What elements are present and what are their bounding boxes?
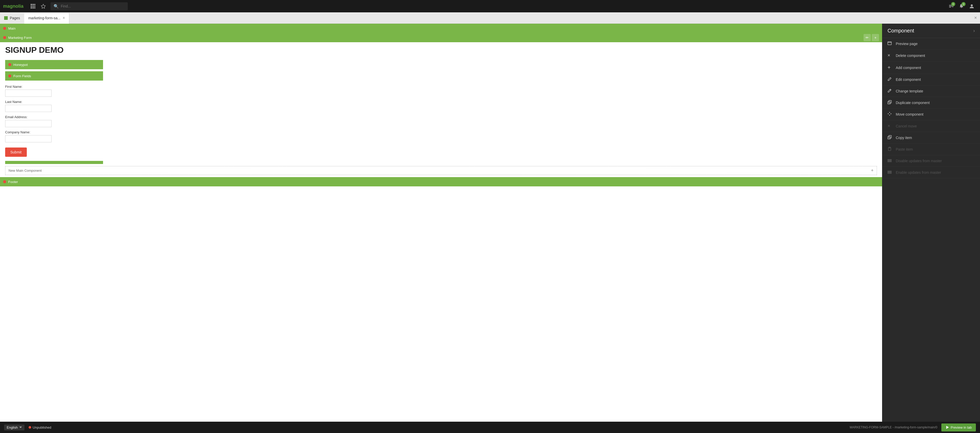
copy-item-icon xyxy=(888,135,892,140)
active-tab[interactable]: marketing-form-sa... × xyxy=(24,13,70,24)
svg-marker-10 xyxy=(41,4,46,8)
formfields-dot xyxy=(8,75,11,78)
panel-title: Component xyxy=(888,28,973,34)
svg-rect-15 xyxy=(961,7,962,8)
first-name-label: First Name: xyxy=(5,85,877,89)
marketing-dot xyxy=(3,36,6,39)
main-dot xyxy=(3,27,6,30)
menu-item-duplicate-component[interactable]: Duplicate component xyxy=(882,97,980,109)
svg-rect-33 xyxy=(888,171,891,171)
svg-marker-25 xyxy=(891,113,892,114)
new-main-component-bar[interactable]: New Main Component + xyxy=(5,166,877,175)
svg-rect-1 xyxy=(31,4,32,5)
svg-rect-5 xyxy=(32,6,34,7)
active-tab-label: marketing-form-sa... xyxy=(28,16,60,20)
preview-page-icon xyxy=(888,41,892,46)
component-bar-marketing[interactable]: Marketing Form ✏ + xyxy=(0,33,882,42)
svg-point-16 xyxy=(971,5,973,6)
favorites-button[interactable] xyxy=(38,1,48,11)
status-dot xyxy=(29,426,31,428)
menu-item-edit-component[interactable]: Edit component xyxy=(882,74,980,86)
cancel-move-label: Cancel move xyxy=(896,124,917,128)
email-input[interactable] xyxy=(5,120,51,127)
component-bar-footer[interactable]: Footer xyxy=(0,177,882,186)
change-template-label: Change template xyxy=(896,89,923,93)
svg-rect-13 xyxy=(949,7,951,8)
svg-rect-4 xyxy=(31,6,32,7)
footer-dot xyxy=(3,180,6,183)
svg-rect-27 xyxy=(888,136,890,139)
menu-item-preview-page[interactable]: Preview page xyxy=(882,38,980,50)
svg-rect-9 xyxy=(34,7,35,8)
last-name-input[interactable] xyxy=(5,105,51,112)
paste-item-label: Paste item xyxy=(896,147,913,151)
page-title: SIGNUP DEMO xyxy=(0,45,882,55)
menu-item-add-component[interactable]: + Add component xyxy=(882,62,980,74)
component-bar-formfields[interactable]: Form Fields xyxy=(5,71,103,81)
first-name-group: First Name: xyxy=(5,85,877,97)
tab-bar: Pages marketing-form-sa... × × xyxy=(0,13,980,24)
svg-marker-23 xyxy=(889,115,890,116)
first-name-input[interactable] xyxy=(5,90,51,97)
main-label: Main xyxy=(8,27,16,30)
disable-updates-icon xyxy=(888,158,892,163)
menu-item-delete-component[interactable]: × Delete component xyxy=(882,50,980,62)
user-button[interactable] xyxy=(967,1,977,11)
bottom-bar: English Unpublished MARKETING-FORM-SAMPL… xyxy=(0,422,980,433)
copy-item-label: Copy item xyxy=(896,136,912,140)
edit-component-label: Edit component xyxy=(896,78,921,82)
marketing-add-btn[interactable]: + xyxy=(872,34,879,41)
svg-marker-36 xyxy=(19,427,22,428)
menu-item-change-template[interactable]: Change template xyxy=(882,86,980,97)
enable-updates-label: Enable updates from master xyxy=(896,170,941,174)
menu-item-paste-item: Paste item xyxy=(882,144,980,155)
svg-rect-34 xyxy=(888,172,891,173)
svg-rect-3 xyxy=(34,4,35,5)
submit-button[interactable]: Submit xyxy=(5,148,27,157)
tasks-button[interactable]: 0 xyxy=(946,1,956,11)
main-area: Main Marketing Form ✏ + SIGNUP DEMO Hone… xyxy=(0,24,980,422)
add-component-icon: + xyxy=(888,65,892,71)
component-bar-main[interactable]: Main xyxy=(0,24,882,33)
menu-item-cancel-move: × Cancel move xyxy=(882,120,980,132)
panel-menu: Preview page × Delete component + Add co… xyxy=(882,38,980,422)
add-component-label: Add component xyxy=(896,66,921,70)
paste-item-icon xyxy=(888,147,892,152)
last-name-label: Last Name: xyxy=(5,100,877,104)
disable-updates-label: Disable updates from master xyxy=(896,159,942,163)
pages-icon xyxy=(4,16,8,20)
svg-rect-30 xyxy=(888,159,891,160)
menu-item-copy-item[interactable]: Copy item xyxy=(882,132,980,144)
svg-line-19 xyxy=(890,90,891,90)
marketing-actions: ✏ + xyxy=(864,34,879,41)
move-component-icon xyxy=(888,112,892,117)
marketing-label: Marketing Form xyxy=(8,36,32,40)
duplicate-component-icon xyxy=(888,100,892,105)
status-label: Unpublished xyxy=(33,425,51,430)
preview-in-tab-button[interactable]: Preview in tab xyxy=(941,423,976,431)
move-component-label: Move component xyxy=(896,112,923,116)
search-box: 🔍 xyxy=(51,2,128,10)
menu-item-move-component[interactable]: Move component xyxy=(882,109,980,120)
component-bar-honeypot[interactable]: Honeypot xyxy=(5,60,103,69)
add-component-plus-icon[interactable]: + xyxy=(871,168,873,173)
footer-label: Footer xyxy=(8,180,18,184)
language-selector[interactable]: English xyxy=(4,425,24,430)
last-name-group: Last Name: xyxy=(5,100,877,112)
new-component-label: New Main Component xyxy=(8,169,42,173)
email-label: Email Address: xyxy=(5,115,877,119)
svg-marker-37 xyxy=(946,426,949,429)
email-group: Email Address: xyxy=(5,115,877,127)
pages-tab[interactable]: Pages xyxy=(0,13,24,24)
close-tab-button[interactable]: × xyxy=(63,16,65,20)
form-trailing-bar xyxy=(5,161,103,164)
notifications-button[interactable]: 0 xyxy=(956,1,967,11)
page-editor: Main Marketing Form ✏ + SIGNUP DEMO Hone… xyxy=(0,24,882,422)
apps-button[interactable] xyxy=(28,1,38,11)
svg-rect-17 xyxy=(888,42,891,45)
panel-close-button[interactable]: › xyxy=(973,28,975,33)
marketing-edit-btn[interactable]: ✏ xyxy=(864,34,871,41)
company-input[interactable] xyxy=(5,135,51,142)
close-main-button[interactable]: × xyxy=(974,15,977,21)
search-input[interactable] xyxy=(61,4,125,8)
